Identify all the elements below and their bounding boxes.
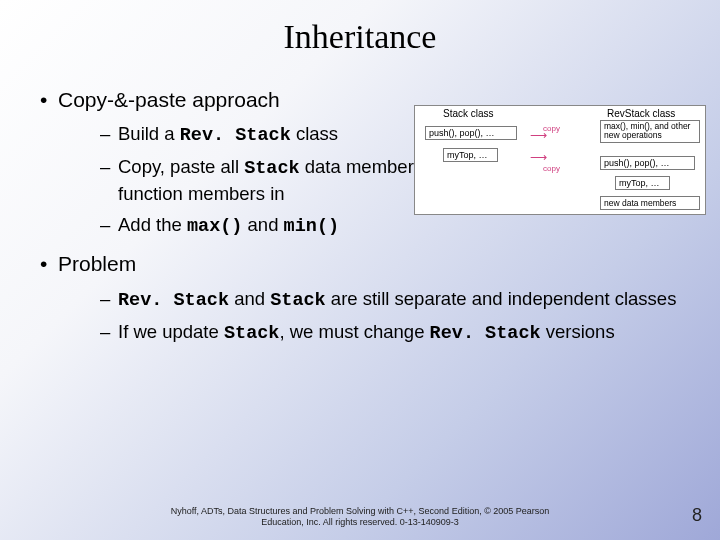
text: class bbox=[291, 123, 338, 144]
diagram-right-ops-copied: push(), pop(), … bbox=[600, 156, 695, 170]
text: and bbox=[242, 214, 283, 235]
diagram-stack-header: Stack class bbox=[443, 108, 494, 119]
code-revstack: Rev. Stack bbox=[180, 125, 291, 146]
text: versions bbox=[541, 321, 615, 342]
text: Add the bbox=[118, 214, 187, 235]
diagram-arrow-label: copy bbox=[543, 164, 560, 173]
code-stack: Stack bbox=[270, 290, 326, 311]
code-min: min() bbox=[284, 216, 340, 237]
diagram-arrow-label: copy bbox=[543, 124, 560, 133]
bullet-text: Copy-&-paste approach bbox=[58, 88, 280, 111]
page-number: 8 bbox=[692, 505, 702, 526]
text: are still separate and independent class… bbox=[326, 288, 677, 309]
bullet-problem: Problem Rev. Stack and Stack are still s… bbox=[40, 250, 706, 346]
code-stack: Stack bbox=[224, 323, 280, 344]
diagram-revstack-header: RevStack class bbox=[607, 108, 675, 119]
diagram-right-data-new: new data members bbox=[600, 196, 700, 210]
text: Copy, paste all bbox=[118, 156, 244, 177]
diagram-arrow: ⟶ bbox=[530, 150, 547, 164]
code-stack: Stack bbox=[244, 158, 300, 179]
footer-citation: Nyhoff, ADTs, Data Structures and Proble… bbox=[0, 506, 720, 529]
text: , we must change bbox=[279, 321, 429, 342]
code-max: max() bbox=[187, 216, 243, 237]
text: Build a bbox=[118, 123, 180, 144]
diagram-right-data-copied: myTop, … bbox=[615, 176, 670, 190]
diagram-left-ops: push(), pop(), … bbox=[425, 126, 517, 140]
text: If we update bbox=[118, 321, 224, 342]
class-diagram: Stack class RevStack class push(), pop()… bbox=[414, 105, 706, 215]
footer-line: Education, Inc. All rights reserved. 0-1… bbox=[261, 517, 459, 527]
diagram-left-data: myTop, … bbox=[443, 148, 498, 162]
footer-line: Nyhoff, ADTs, Data Structures and Proble… bbox=[171, 506, 550, 516]
slide-title: Inheritance bbox=[0, 0, 720, 56]
text: and bbox=[229, 288, 270, 309]
subbullet-update: If we update Stack, we must change Rev. … bbox=[100, 320, 706, 347]
subbullet-add: Add the max() and min() bbox=[100, 213, 706, 240]
subbullet-separate: Rev. Stack and Stack are still separate … bbox=[100, 287, 706, 314]
diagram-right-ops-new: max(), min(), and other new operations bbox=[600, 120, 700, 143]
code-revstack: Rev. Stack bbox=[118, 290, 229, 311]
code-revstack: Rev. Stack bbox=[430, 323, 541, 344]
bullet-text: Problem bbox=[58, 252, 136, 275]
